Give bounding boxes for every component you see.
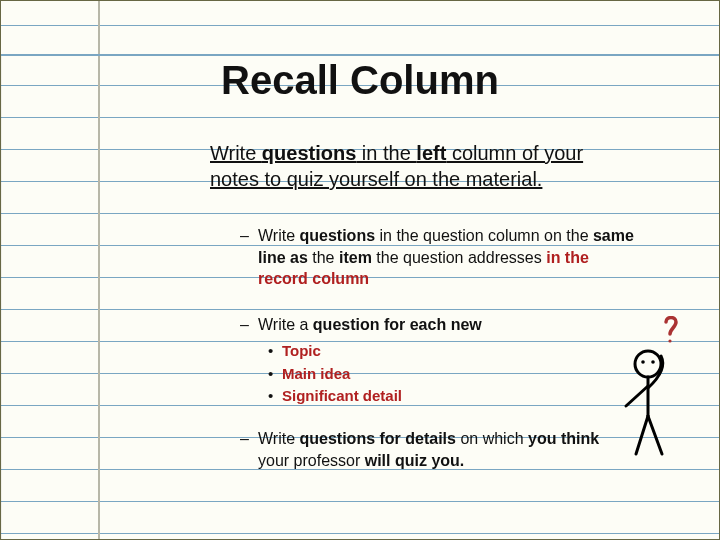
text: Write — [258, 227, 299, 244]
bullet-2: Write a question for each new — [240, 314, 640, 336]
text: the — [308, 249, 339, 266]
text-red-bold: Main idea — [282, 365, 350, 382]
text: on which — [456, 430, 528, 447]
sub-bullet-significant-detail: Significant detail — [268, 386, 640, 406]
text: your professor — [258, 452, 365, 469]
text: Write — [258, 430, 299, 447]
svg-point-0 — [635, 351, 661, 377]
svg-point-2 — [651, 360, 655, 364]
text-red-bold: Significant detail — [282, 387, 402, 404]
text-bold: questions — [262, 142, 356, 164]
text: in the — [356, 142, 416, 164]
text: Write a — [258, 316, 313, 333]
text-bold: you think — [528, 430, 599, 447]
text: Write — [210, 142, 262, 164]
bullet-1: Write questions in the question column o… — [240, 225, 640, 290]
slide-title: Recall Column — [0, 58, 720, 103]
text-bold: questions for details — [299, 430, 455, 447]
svg-point-1 — [641, 360, 645, 364]
thinking-stick-figure-icon — [606, 316, 694, 466]
sub-bullet-topic: Topic — [268, 341, 640, 361]
text-bold: item — [339, 249, 372, 266]
text-bold: left — [416, 142, 446, 164]
text-red-bold: Topic — [282, 342, 321, 359]
text: the question addresses — [372, 249, 546, 266]
text-bold: questions — [299, 227, 375, 244]
text-bold: will quiz you. — [365, 452, 465, 469]
bullet-3: Write questions for details on which you… — [240, 428, 600, 471]
text-bold: question for each new — [313, 316, 482, 333]
sub-bullet-list: Topic Main idea Significant detail — [240, 341, 640, 406]
svg-point-3 — [668, 339, 671, 342]
sub-bullet-main-idea: Main idea — [268, 364, 640, 384]
content-block: Write questions in the question column o… — [240, 225, 640, 495]
intro-paragraph: Write questions in the left column of yo… — [210, 140, 620, 192]
text: in the question column on the — [375, 227, 593, 244]
